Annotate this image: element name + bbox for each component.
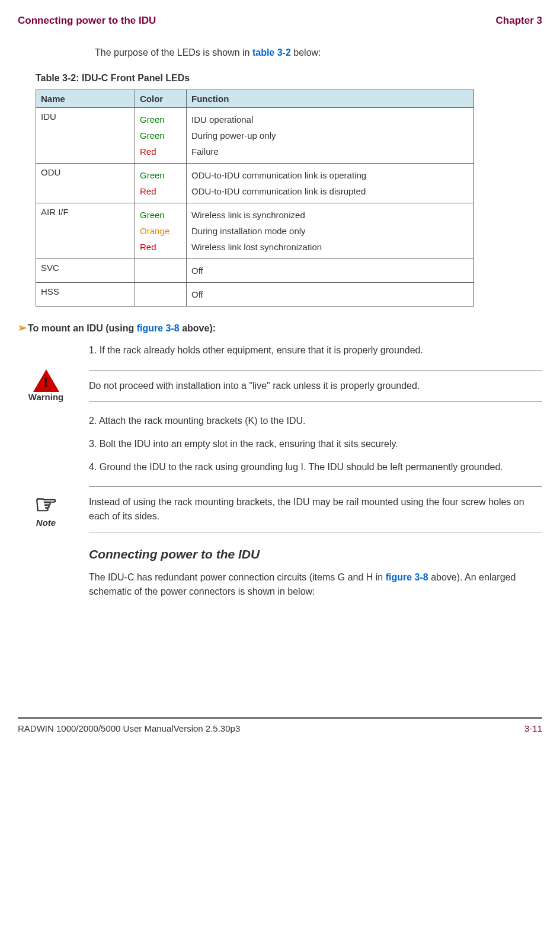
header-section-title: Connecting power to the IDU [18,15,156,27]
th-color: Color [135,90,187,108]
warning-text: Do not proceed with installation into a … [89,370,542,402]
cell-name: IDU [36,108,135,164]
cell-color: GreenRed [135,164,187,203]
warning-triangle-icon [33,369,59,392]
cell-function: ODU-to-IDU communication link is operati… [187,164,474,203]
cell-color [135,283,187,307]
table-row: ODUGreenRedODU-to-IDU communication link… [36,164,474,203]
section-body: The IDU-C has redundant power connection… [89,570,542,599]
cell-function: Off [187,259,474,283]
cell-name: HSS [36,283,135,307]
table-row: AIR I/FGreenOrangeRedWireless link is sy… [36,203,474,259]
table-row: HSSOff [36,283,474,307]
cell-function: IDU operationalDuring power-up onlyFailu… [187,108,474,164]
th-name: Name [36,90,135,108]
table-caption: Table 3-2: IDU-C Front Panel LEDs [36,73,542,84]
mount-link[interactable]: figure 3-8 [137,323,180,333]
table-header-row: Name Color Function [36,90,474,108]
page-footer: RADWIN 1000/2000/5000 User ManualVersion… [18,717,542,733]
note-label: Note [18,518,74,528]
step-2: 2. Attach the rack mounting brackets (K)… [89,414,542,428]
warning-label: Warning [18,392,74,402]
mount-suffix: above): [180,323,216,333]
footer-left: RADWIN 1000/2000/5000 User ManualVersion… [18,723,240,733]
table-row: SVCOff [36,259,474,283]
led-table: Name Color Function IDUGreenGreenRedIDU … [36,90,474,307]
cell-color: GreenOrangeRed [135,203,187,259]
section-body-1: The IDU-C has redundant power connection… [89,572,386,582]
pointing-hand-icon: ☞ [18,492,74,518]
intro-suffix: below: [291,47,321,58]
cell-color [135,259,187,283]
warning-callout: Warning Do not proceed with installation… [18,369,542,402]
cell-name: ODU [36,164,135,203]
cell-name: AIR I/F [36,203,135,259]
chevron-icon: ➢ [18,322,27,334]
footer-page-number: 3-11 [524,723,542,733]
section-heading: Connecting power to the IDU [89,547,542,561]
page-header: Connecting power to the IDU Chapter 3 [18,15,542,27]
step-1: 1. If the rack already holds other equip… [89,343,542,358]
table-row: IDUGreenGreenRedIDU operationalDuring po… [36,108,474,164]
header-chapter: Chapter 3 [496,15,542,27]
step-3: 3. Bolt the IDU into an empty slot in th… [89,437,542,451]
section-link[interactable]: figure 3-8 [386,572,428,582]
cell-function: Off [187,283,474,307]
cell-function: Wireless link is synchronizedDuring inst… [187,203,474,259]
mount-heading: ➢To mount an IDU (using figure 3-8 above… [18,321,542,334]
warning-icon-block: Warning [18,369,74,402]
note-text: Instead of using the rack mounting brack… [89,486,542,532]
mount-prefix: To mount an IDU (using [28,323,137,333]
note-icon-block: ☞ Note [18,492,74,528]
intro-paragraph: The purpose of the LEDs is shown in tabl… [95,47,542,58]
note-callout: ☞ Note Instead of using the rack mountin… [18,486,542,532]
cell-color: GreenGreenRed [135,108,187,164]
cell-name: SVC [36,259,135,283]
step-4: 4. Ground the IDU to the rack using grou… [89,460,542,474]
th-function: Function [187,90,474,108]
intro-link[interactable]: table 3-2 [252,47,291,58]
intro-prefix: The purpose of the LEDs is shown in [95,47,252,58]
